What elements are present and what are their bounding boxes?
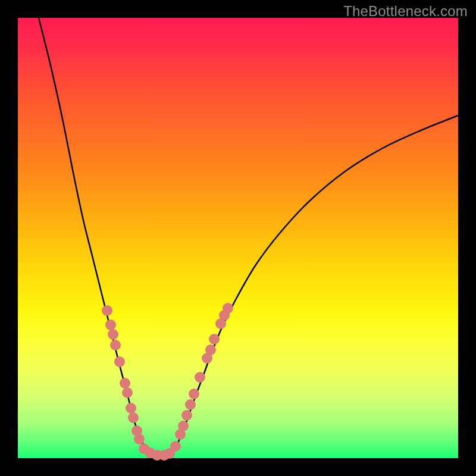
bead	[108, 329, 118, 340]
bead	[120, 378, 130, 389]
bead	[223, 303, 233, 314]
right-curve	[174, 115, 458, 451]
bead	[195, 372, 205, 383]
beads-floor	[139, 443, 175, 461]
chart-frame: TheBottleneck.com	[0, 0, 476, 476]
bead	[110, 340, 121, 350]
beads-left	[102, 305, 145, 444]
bead	[114, 356, 125, 367]
bead	[170, 441, 181, 452]
bead	[128, 412, 139, 423]
bead	[178, 421, 189, 431]
beads-right	[170, 303, 233, 452]
bead	[122, 387, 133, 398]
bead	[181, 410, 192, 421]
bead	[189, 389, 199, 399]
plot-area	[18, 18, 458, 458]
curve-layer	[18, 18, 458, 458]
watermark-text: TheBottleneck.com	[343, 3, 468, 20]
bead	[134, 434, 145, 444]
bead	[185, 399, 196, 410]
bead	[205, 345, 216, 355]
bead	[126, 403, 136, 414]
bead	[105, 320, 116, 330]
bead	[209, 334, 220, 345]
bead	[102, 305, 112, 316]
